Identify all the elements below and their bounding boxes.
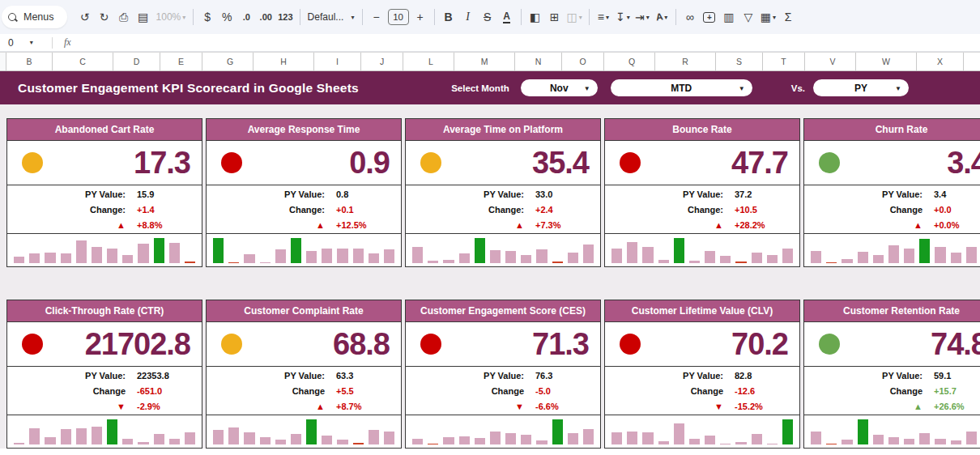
compare-dropdown[interactable]: PY ▼ — [813, 79, 909, 96]
table-views-button[interactable]: ▦▾ — [758, 6, 778, 28]
period-dropdown[interactable]: MTD ▼ — [611, 79, 752, 96]
text-color-button[interactable]: A — [497, 6, 517, 28]
column-header-D[interactable]: D — [113, 53, 160, 71]
card-detail-row: ▲+12.5% — [207, 218, 386, 232]
fill-color-button[interactable]: ◧ — [526, 6, 545, 28]
strikethrough-button[interactable]: S — [478, 6, 497, 28]
card-detail-row: ▼-15.2% — [605, 399, 785, 414]
spark-bar — [767, 255, 778, 263]
dashboard-content: Abandoned Cart Rate17.3PY Value:15.9Chan… — [0, 104, 980, 455]
merge-icon: ◫ — [567, 11, 577, 23]
sparkline-chart — [804, 234, 980, 266]
vertical-align-icon: ↧ — [616, 11, 625, 23]
font-size-input[interactable]: 10 — [388, 9, 409, 25]
column-header-I[interactable]: I — [314, 53, 361, 71]
column-header-C[interactable]: C — [53, 53, 113, 71]
column-header-V[interactable]: V — [810, 53, 856, 71]
google-sheets-app: Menus ↺ ↻ ⎙ ▤ 100% ▾ $ % .0 .00 123 Defa… — [0, 0, 980, 455]
change-label: Change — [691, 384, 723, 398]
menus-label: Menus — [23, 11, 54, 23]
column-header-W[interactable]: W — [856, 53, 917, 71]
text-rotation-button[interactable]: A▾ — [652, 6, 671, 28]
column-header-B[interactable]: B — [6, 53, 53, 71]
column-header-T[interactable]: T — [763, 53, 805, 71]
kpi-value: 74.8 — [840, 327, 980, 362]
fx-icon: fx — [64, 36, 71, 49]
spark-bar — [888, 245, 899, 263]
toolbar-divider — [362, 9, 363, 25]
column-header-X[interactable]: X — [917, 53, 964, 71]
column-header-R[interactable]: R — [655, 53, 716, 71]
spark-bar — [536, 249, 547, 263]
kpi-value-section: 35.4 — [406, 141, 600, 185]
column-header-S[interactable]: S — [716, 53, 763, 71]
italic-button[interactable]: I — [458, 6, 478, 28]
merge-cells-button[interactable]: ◫▾ — [565, 6, 585, 28]
card-detail-row: PY Value:76.3 — [406, 368, 586, 383]
py-label-value: 76.3 — [535, 368, 586, 383]
name-box[interactable]: 0 ▾ — [0, 37, 47, 49]
functions-button[interactable]: Σ — [778, 6, 798, 28]
spark-bar — [919, 239, 930, 263]
spark-bar — [521, 435, 531, 444]
spark-bar — [767, 444, 778, 444]
text-rotation-icon: A — [655, 11, 664, 23]
insert-comment-button[interactable]: + — [700, 6, 719, 28]
sparkline-chart — [406, 234, 600, 266]
chevron-down-icon: ▼ — [895, 84, 901, 91]
column-header-G[interactable]: G — [207, 53, 254, 71]
month-dropdown[interactable]: Nov ▼ — [521, 79, 598, 96]
vertical-align-button[interactable]: ↧▾ — [613, 6, 633, 28]
horizontal-align-button[interactable]: ≡▾ — [594, 6, 613, 28]
increase-decimal-button[interactable]: .00 — [256, 6, 275, 28]
column-header-N[interactable]: N — [515, 53, 562, 71]
card-detail-row: Change:+1.4 — [7, 202, 187, 217]
undo-icon[interactable]: ↺ — [75, 6, 95, 28]
sparkline-chart — [406, 415, 600, 448]
insert-link-button[interactable]: ∞ — [680, 6, 700, 28]
formula-input[interactable] — [71, 34, 980, 51]
column-header-Q[interactable]: Q — [609, 53, 655, 71]
spark-bar — [752, 434, 762, 444]
column-header-O[interactable]: O — [562, 53, 604, 71]
format-currency-button[interactable]: $ — [198, 6, 217, 28]
column-header-M[interactable]: M — [454, 53, 515, 71]
more-formats-button[interactable]: 123 — [275, 6, 295, 28]
spark-bar — [935, 439, 945, 444]
text-wrap-button[interactable]: ⇥▾ — [633, 6, 652, 28]
redo-icon[interactable]: ↻ — [95, 6, 114, 28]
column-header-E[interactable]: E — [160, 53, 202, 71]
kpi-card-title: Customer Engagement Score (CES) — [406, 300, 600, 322]
card-detail-row: ▼-6.6% — [406, 399, 586, 414]
paint-format-icon[interactable]: ▤ — [134, 6, 153, 28]
spark-bar — [228, 427, 239, 444]
change-arrow-icon-value: -2.9% — [137, 399, 187, 414]
kpi-details-section: PY Value:37.2Change:+10.5▲+28.2% — [605, 185, 799, 234]
zoom-dropdown[interactable]: 100% ▾ — [153, 11, 190, 23]
font-dropdown[interactable]: Defaul... ▾ — [305, 11, 358, 23]
menus-button[interactable]: Menus — [2, 6, 67, 28]
spark-bar — [122, 255, 133, 263]
column-header-J[interactable]: J — [361, 53, 403, 71]
increase-font-size-button[interactable]: + — [411, 6, 430, 28]
format-percent-button[interactable]: % — [217, 6, 236, 28]
column-header-Y[interactable]: Y — [964, 53, 980, 71]
card-detail-row: ▲+8.7% — [207, 399, 386, 414]
kpi-cards-row-2: Click-Through Rate (CTR)21702.8PY Value:… — [6, 300, 980, 449]
spark-bar — [337, 249, 347, 263]
column-header-H[interactable]: H — [254, 53, 314, 71]
bold-button[interactable]: B — [439, 6, 458, 28]
spark-bar — [244, 432, 254, 444]
row-header-corner[interactable] — [0, 53, 6, 71]
insert-chart-button[interactable]: ▥ — [719, 6, 739, 28]
borders-button[interactable]: ⊞ — [545, 6, 565, 28]
change-arrow-icon-value: +12.5% — [336, 218, 386, 232]
decrease-decimal-button[interactable]: .0 — [236, 6, 256, 28]
change-arrow-icon-value: +8.7% — [336, 399, 386, 414]
card-detail-row: PY Value:0.8 — [207, 187, 386, 202]
create-filter-button[interactable]: ▽ — [739, 6, 758, 28]
decrease-font-size-button[interactable]: − — [367, 6, 386, 28]
print-icon[interactable]: ⎙ — [114, 6, 134, 28]
change-arrow-icon-value: +7.3% — [535, 218, 586, 232]
column-header-L[interactable]: L — [408, 53, 454, 71]
